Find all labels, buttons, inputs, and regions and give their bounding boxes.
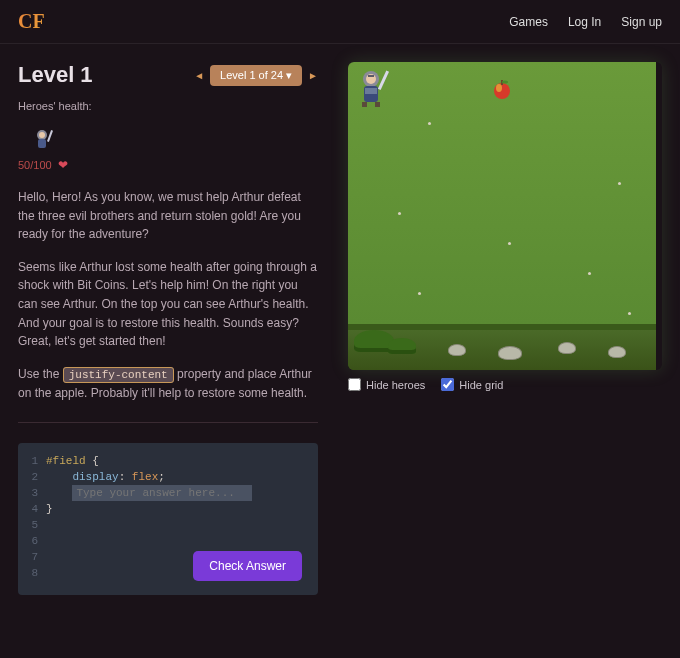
- hide-grid-checkbox[interactable]: [441, 378, 454, 391]
- svg-point-12: [494, 83, 510, 99]
- svg-rect-2: [38, 139, 46, 148]
- intro-p2: Seems like Arthur lost some health after…: [18, 258, 318, 351]
- intro-p1: Hello, Hero! As you know, we must help A…: [18, 188, 318, 244]
- field-controls: Hide heroes Hide grid: [348, 378, 662, 391]
- top-nav: Games Log In Sign up: [509, 15, 662, 29]
- instructions-panel: Level 1 ◄ Level 1 of 24 ▾ ► Heroes' heal…: [18, 62, 318, 595]
- svg-rect-9: [378, 71, 389, 90]
- heart-icon: ❤: [58, 158, 68, 172]
- apple-sprite: [492, 78, 512, 100]
- level-selector[interactable]: Level 1 of 24 ▾: [210, 65, 302, 86]
- svg-rect-10: [362, 102, 367, 107]
- ground: [348, 330, 656, 370]
- svg-rect-3: [47, 130, 53, 142]
- line-gutter: 12345678: [18, 453, 46, 581]
- hero-icon: [32, 128, 56, 152]
- header: CF Games Log In Sign up: [0, 0, 680, 44]
- svg-point-1: [39, 132, 45, 138]
- hide-heroes-label[interactable]: Hide heroes: [348, 378, 425, 391]
- hide-heroes-checkbox[interactable]: [348, 378, 361, 391]
- answer-input[interactable]: [76, 487, 248, 499]
- svg-point-13: [496, 84, 502, 92]
- svg-point-15: [502, 81, 508, 84]
- svg-rect-8: [365, 88, 377, 94]
- hide-grid-label[interactable]: Hide grid: [441, 378, 503, 391]
- game-field-wrap: [348, 62, 662, 370]
- code-term: justify-content: [63, 367, 174, 383]
- intro-p3: Use the justify-content property and pla…: [18, 365, 318, 403]
- code-editor: 12345678 #field { display: flex; } Check…: [18, 443, 318, 595]
- page-title: Level 1: [18, 62, 93, 88]
- svg-rect-6: [368, 75, 374, 77]
- logo[interactable]: CF: [18, 10, 45, 33]
- nav-games[interactable]: Games: [509, 15, 548, 29]
- game-field: [348, 62, 656, 370]
- health-label: Heroes' health:: [18, 100, 318, 112]
- health-value: 50/100: [18, 159, 52, 171]
- check-answer-button[interactable]: Check Answer: [193, 551, 302, 581]
- nav-signup[interactable]: Sign up: [621, 15, 662, 29]
- next-level-arrow-icon[interactable]: ►: [308, 70, 318, 81]
- hero-sprite: [354, 68, 394, 108]
- svg-rect-11: [375, 102, 380, 107]
- nav-login[interactable]: Log In: [568, 15, 601, 29]
- level-nav: ◄ Level 1 of 24 ▾ ►: [194, 65, 318, 86]
- divider: [18, 422, 318, 423]
- prev-level-arrow-icon[interactable]: ◄: [194, 70, 204, 81]
